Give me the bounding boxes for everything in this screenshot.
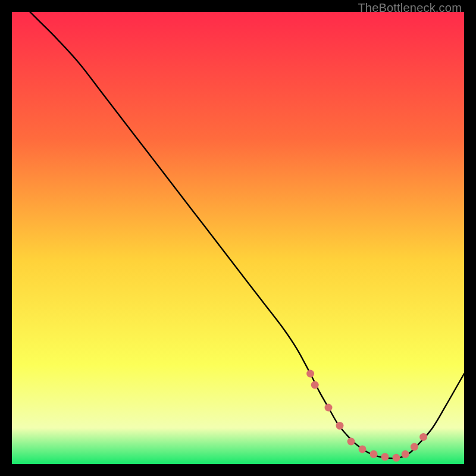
valley-marker [381,453,389,461]
valley-marker [311,381,319,389]
valley-marker [402,450,409,458]
valley-marker [325,404,333,412]
valley-marker [370,450,378,458]
valley-marker [336,422,344,430]
valley-marker [347,438,355,446]
valley-marker [393,454,400,462]
bottleneck-chart [12,12,464,464]
valley-marker [359,445,367,453]
valley-marker [419,433,427,441]
valley-marker [306,370,314,378]
chart-frame [12,12,464,464]
gradient-background [12,12,464,464]
valley-marker [411,443,418,451]
